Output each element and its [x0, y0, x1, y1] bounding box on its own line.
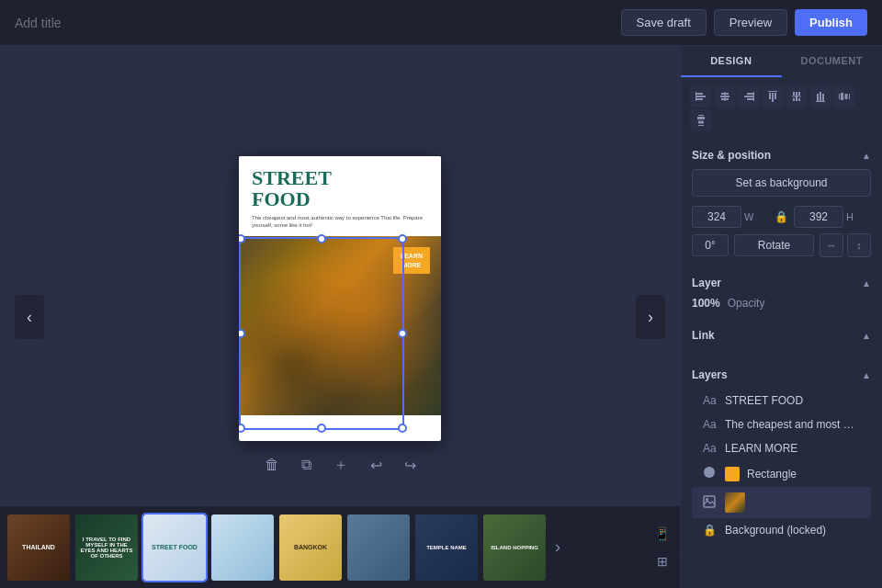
preview-button[interactable]: Preview: [714, 9, 787, 36]
poster-heading: STREETFOOD: [252, 167, 428, 209]
rotate-row: Rotate ↔ ↕: [692, 233, 871, 257]
svg-rect-23: [820, 92, 821, 101]
svg-rect-28: [845, 94, 848, 99]
tab-design[interactable]: DESIGN: [681, 46, 782, 77]
filmstrip-item-2[interactable]: I TRAVEL TO FIND MYSELF IN THE EYES AND …: [75, 514, 138, 581]
layer-shape-icon: [703, 466, 718, 481]
svg-rect-3: [695, 92, 696, 101]
filmstrip-item-3[interactable]: STREET FOOD: [143, 514, 206, 581]
layer-name-background: Background (locked): [725, 524, 860, 537]
size-position-section: Size & position ▲ Set as background W 🔒 …: [681, 140, 882, 267]
size-position-header[interactable]: Size & position ▲: [692, 149, 871, 162]
redo-button[interactable]: ↪: [399, 453, 422, 478]
lock-icon[interactable]: 🔒: [775, 210, 788, 223]
height-input[interactable]: [794, 206, 843, 228]
flip-horizontal-button[interactable]: ↔: [820, 233, 843, 257]
svg-rect-22: [817, 94, 819, 101]
distribute-v-button[interactable]: [690, 109, 712, 131]
svg-rect-31: [697, 117, 705, 119]
opacity-value: 100%: [692, 297, 720, 310]
flip-buttons: ↔ ↕: [820, 233, 871, 257]
filmstrip-item-5[interactable]: BANGKOK: [279, 514, 342, 581]
poster-image[interactable]: LEARNMORE: [239, 236, 441, 415]
filmstrip-item-6[interactable]: [347, 514, 410, 581]
svg-rect-29: [849, 94, 850, 99]
canvas-toolbar: 🗑 ⧉ ＋ ↩ ↪: [259, 452, 422, 479]
align-bottom-button[interactable]: [809, 85, 831, 107]
distribute-h-button[interactable]: [833, 85, 855, 107]
canvas-area: ‹ › STREETFOOD The cheapest and most aut…: [0, 46, 680, 588]
set-background-button[interactable]: Set as background: [692, 169, 871, 197]
filmstrip-item-4[interactable]: [211, 514, 274, 581]
handle-bottom-right[interactable]: [398, 424, 407, 433]
save-draft-button[interactable]: Save draft: [621, 9, 707, 36]
prev-page-button[interactable]: ‹: [15, 295, 44, 339]
rotate-button[interactable]: Rotate: [734, 234, 814, 256]
svg-rect-33: [698, 125, 704, 126]
filmstrip-thumb-5: BANGKOK: [279, 514, 342, 581]
poster-canvas[interactable]: STREETFOOD The cheapest and most authent…: [239, 156, 441, 441]
align-right-button[interactable]: [738, 85, 760, 107]
layer-section: Layer ▲ 100% Opacity: [681, 267, 882, 320]
next-page-button[interactable]: ›: [636, 295, 665, 339]
mobile-view-button[interactable]: 📱: [651, 524, 673, 544]
height-input-group: H: [794, 206, 871, 228]
layer-text-icon-1: Aa: [703, 394, 718, 407]
svg-rect-30: [698, 115, 704, 116]
svg-rect-0: [696, 93, 703, 95]
opacity-row: 100% Opacity: [692, 297, 871, 310]
grid-view-button[interactable]: ⊞: [651, 551, 673, 571]
flip-vertical-button[interactable]: ↕: [847, 233, 871, 257]
svg-rect-21: [792, 96, 801, 97]
layer-chevron: ▲: [862, 278, 871, 288]
main-area: ‹ › STREETFOOD The cheapest and most aut…: [0, 46, 882, 588]
align-middle-button[interactable]: [786, 85, 808, 107]
handle-bottom-center[interactable]: [317, 424, 326, 433]
link-section: Link ▲: [681, 320, 882, 359]
align-left-button[interactable]: [690, 85, 712, 107]
undo-button[interactable]: ↩: [365, 453, 388, 478]
link-chevron: ▲: [862, 331, 871, 341]
svg-rect-15: [768, 91, 777, 92]
layer-header[interactable]: Layer ▲: [692, 277, 871, 289]
duplicate-button[interactable]: ⧉: [296, 453, 317, 477]
delete-button[interactable]: 🗑: [259, 453, 285, 477]
tab-document[interactable]: DOCUMENT: [782, 46, 883, 77]
publish-button[interactable]: Publish: [795, 9, 867, 36]
layer-text-icon-3: Aa: [703, 442, 718, 455]
opacity-label: Opacity: [728, 297, 765, 310]
filmstrip-item-7[interactable]: TEMPLE NAME: [415, 514, 478, 581]
svg-rect-9: [744, 96, 753, 97]
rotation-input[interactable]: [692, 234, 729, 256]
svg-rect-14: [775, 93, 776, 99]
svg-rect-19: [793, 98, 795, 101]
width-input-group: W: [692, 206, 769, 228]
width-input[interactable]: [692, 206, 741, 228]
handle-bottom-left[interactable]: [239, 424, 245, 433]
filmstrip-thumb-2: I TRAVEL TO FIND MYSELF IN THE EYES AND …: [75, 514, 138, 581]
layer-item-background[interactable]: 🔒 Background (locked): [692, 518, 871, 542]
topbar-actions: Save draft Preview Publish: [621, 9, 867, 36]
size-position-chevron: ▲: [862, 151, 871, 161]
filmstrip-item-1[interactable]: THAILAND: [7, 514, 70, 581]
link-header[interactable]: Link ▲: [692, 329, 871, 342]
layer-item-learn-more[interactable]: Aa LEARN MORE: [692, 436, 871, 460]
layer-item-body-text[interactable]: Aa The cheapest and most authent…: [692, 413, 871, 436]
svg-rect-10: [747, 98, 753, 100]
svg-point-36: [706, 498, 708, 501]
filmstrip-item-8[interactable]: ISLAND HOPPING: [483, 514, 546, 581]
layer-item-street-food[interactable]: Aa STREET FOOD: [692, 389, 871, 413]
layer-text-icon-2: Aa: [703, 418, 718, 431]
layer-item-image[interactable]: [692, 487, 871, 518]
align-center-button[interactable]: [714, 85, 736, 107]
filmstrip-next-button[interactable]: ›: [551, 534, 564, 560]
filmstrip: THAILAND I TRAVEL TO FIND MYSELF IN THE …: [0, 505, 680, 588]
filmstrip-thumb-8: ISLAND HOPPING: [483, 514, 546, 581]
layer-item-rectangle[interactable]: Rectangle: [692, 460, 871, 487]
align-top-button[interactable]: [762, 85, 784, 107]
add-button[interactable]: ＋: [328, 452, 354, 479]
layer-name-learn-more: LEARN MORE: [725, 442, 860, 455]
layers-header[interactable]: Layers ▲: [692, 368, 871, 381]
size-row: W 🔒 H: [692, 206, 871, 228]
right-panel: DESIGN DOCUMENT: [680, 46, 882, 588]
